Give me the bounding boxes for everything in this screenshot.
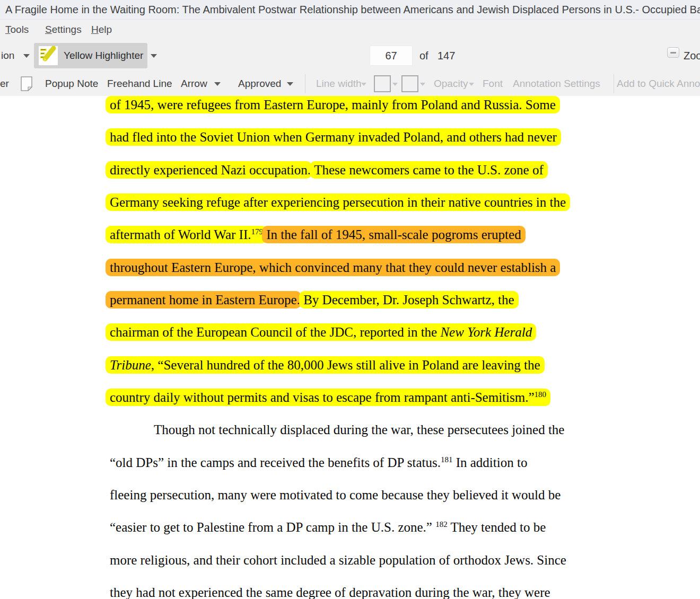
highlighter-icon bbox=[38, 46, 58, 66]
text-run: fleeing persecution, many were motivated… bbox=[110, 488, 561, 502]
text-line: Germany seeking refuge after experiencin… bbox=[110, 186, 700, 218]
text-line: “easier to get to Palestine from a DP ca… bbox=[110, 511, 700, 543]
menu-bar: Tools Settings Help bbox=[0, 20, 700, 40]
highlight-annotation[interactable]: Tribune, “Several hundred of the 80,000 … bbox=[106, 356, 545, 374]
active-tool-label: Yellow Highlighter bbox=[64, 43, 143, 68]
highlight-annotation[interactable]: Germany seeking refuge after experiencin… bbox=[106, 193, 570, 211]
menu-item-settings[interactable]: Settings bbox=[45, 20, 82, 40]
title-bar: A Fragile Home in the Waiting Room: The … bbox=[0, 0, 700, 20]
zoom-label: Zoom bbox=[684, 40, 700, 72]
menu-item-help[interactable]: Help bbox=[91, 20, 112, 40]
toolbar-primary: ion Yellow Highlighter bbox=[0, 40, 700, 72]
text-run: “old DPs” in the camps and received the … bbox=[110, 455, 527, 470]
zoom-out-button[interactable] bbox=[667, 47, 679, 58]
page-of-label: of bbox=[419, 40, 428, 72]
text-run: more religious, and their cohort include… bbox=[110, 553, 566, 567]
text-line: of 1945, were refugees from Eastern Euro… bbox=[110, 89, 700, 121]
swatch-caret-1 bbox=[392, 83, 398, 86]
text-line: country daily without permits and visas … bbox=[110, 381, 700, 413]
app-window: A Fragile Home in the Waiting Room: The … bbox=[0, 0, 700, 599]
zoom-out-icon bbox=[670, 52, 676, 54]
text-line: “old DPs” in the camps and received the … bbox=[110, 446, 700, 479]
text-line: Tribune, “Several hundred of the 80,000 … bbox=[110, 349, 700, 381]
highlight-annotation[interactable]: had fled into the Soviet Union when Germ… bbox=[106, 128, 561, 146]
highlight-annotation[interactable]: directly experienced Nazi occupation bbox=[106, 161, 312, 179]
highlight-annotation[interactable]: aftermath of World War II.179 bbox=[106, 226, 267, 243]
text-line: Though not technically displaced during … bbox=[110, 413, 700, 446]
tool-variant-caret[interactable] bbox=[151, 54, 157, 58]
text-run: “easier to get to Palestine from a DP ca… bbox=[110, 520, 546, 534]
text-line: permanent home in Eastern Europe. By Dec… bbox=[110, 284, 700, 316]
highlight-annotation[interactable]: throughout Eastern Europe, which convinc… bbox=[106, 259, 560, 276]
tool-group-caret[interactable] bbox=[23, 54, 30, 58]
active-tool-button[interactable]: Yellow Highlighter bbox=[34, 43, 147, 68]
highlight-annotation[interactable]: country daily without permits and visas … bbox=[106, 389, 550, 406]
text-line: had fled into the Soviet Union when Germ… bbox=[110, 121, 700, 153]
highlight-annotation[interactable]: of 1945, were refugees from Eastern Euro… bbox=[106, 96, 560, 113]
text-line: chairman of the European Council of the … bbox=[110, 316, 700, 348]
highlight-annotation[interactable]: permanent home in Eastern Europe bbox=[106, 291, 301, 309]
document-page: of 1945, were refugees from Eastern Euro… bbox=[0, 89, 700, 599]
highlight-annotation[interactable]: By December, Dr. Joseph Schwartz, the bbox=[299, 291, 519, 309]
text-line: directly experienced Nazi occupation. Th… bbox=[110, 154, 700, 186]
swatch-caret-2 bbox=[420, 83, 425, 86]
highlight-annotation[interactable]: In the fall of 1945, small-scale pogroms… bbox=[262, 226, 525, 243]
truncated-label-annotation: ion bbox=[1, 40, 14, 72]
page-title: A Fragile Home in the Waiting Room: The … bbox=[5, 0, 700, 20]
text-line: aftermath of World War II.179 In the fal… bbox=[110, 218, 700, 251]
highlight-annotation[interactable]: chairman of the European Council of the … bbox=[106, 323, 536, 341]
line-width-caret bbox=[361, 83, 366, 86]
text-line: fleeing persecution, many were motivated… bbox=[110, 479, 700, 511]
arrow-caret[interactable] bbox=[214, 82, 221, 86]
text-run: they had not experienced the same degree… bbox=[110, 585, 550, 599]
menu-item-tools[interactable]: Tools bbox=[5, 20, 29, 40]
text-run: Though not technically displaced during … bbox=[154, 422, 564, 437]
text-line: they had not experienced the same degree… bbox=[110, 576, 700, 599]
highlight-annotation[interactable]: These newcomers came to the U.S. zone of bbox=[310, 161, 547, 179]
approved-caret[interactable] bbox=[287, 82, 293, 86]
text-line: more religious, and their cohort include… bbox=[110, 544, 700, 576]
opacity-caret bbox=[469, 83, 474, 86]
text-line: throughout Eastern Europe, which convinc… bbox=[110, 251, 700, 284]
page-number-input[interactable] bbox=[370, 46, 413, 66]
page-total-label: 147 bbox=[438, 40, 455, 72]
